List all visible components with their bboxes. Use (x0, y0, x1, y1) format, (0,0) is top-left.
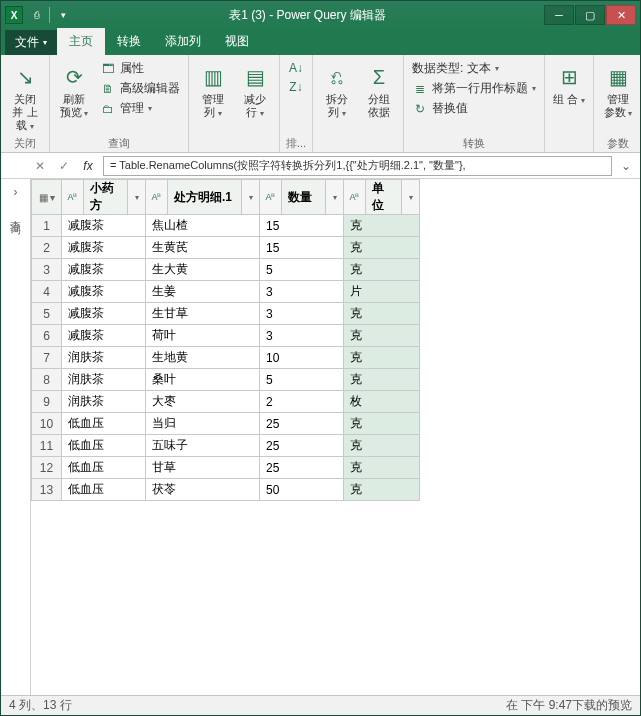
tab-view[interactable]: 视图 (213, 28, 261, 55)
combine-button[interactable]: ⊞ 组 合 (549, 59, 589, 109)
cell[interactable]: 克 (344, 237, 420, 259)
fx-expand-icon[interactable]: ⌄ (618, 159, 634, 173)
sort-asc-button[interactable]: A↓ (284, 59, 308, 77)
manage-params-button[interactable]: ▦ 管理 参数 (598, 59, 638, 122)
cell[interactable]: 25 (260, 457, 344, 479)
table-row[interactable]: 3减腹茶生大黄5克 (32, 259, 420, 281)
table-row[interactable]: 6减腹茶荷叶3克 (32, 325, 420, 347)
cell[interactable]: 5 (260, 369, 344, 391)
col-header-4[interactable]: Aᴮ单位▾ (344, 180, 420, 215)
cell[interactable]: 当归 (146, 413, 260, 435)
cell[interactable]: 五味子 (146, 435, 260, 457)
cell[interactable]: 低血压 (62, 479, 146, 501)
expand-queries-icon[interactable]: › (14, 185, 18, 199)
table-row[interactable]: 10低血压当归25克 (32, 413, 420, 435)
sort-desc-button[interactable]: Z↓ (284, 78, 308, 96)
cell[interactable]: 片 (344, 281, 420, 303)
qat-dropdown-icon[interactable]: ▾ (56, 8, 70, 22)
text-type-icon[interactable]: Aᴮ (260, 180, 282, 214)
cell[interactable]: 克 (344, 303, 420, 325)
col-header-3[interactable]: Aᴮ数量▾ (260, 180, 344, 215)
fx-cancel-icon[interactable]: ✕ (31, 157, 49, 175)
group-by-button[interactable]: Σ 分组 依据 (359, 59, 399, 121)
cell[interactable]: 减腹茶 (62, 259, 146, 281)
cell[interactable]: 5 (260, 259, 344, 281)
cell[interactable]: 减腹茶 (62, 215, 146, 237)
minimize-button[interactable]: ─ (544, 5, 574, 25)
text-type-icon[interactable]: Aᴮ (62, 180, 84, 214)
cell[interactable]: 甘草 (146, 457, 260, 479)
cell[interactable]: 3 (260, 325, 344, 347)
table-row[interactable]: 13低血压茯苓50克 (32, 479, 420, 501)
tab-transform[interactable]: 转换 (105, 28, 153, 55)
cell[interactable]: 25 (260, 435, 344, 457)
cell[interactable]: 枚 (344, 391, 420, 413)
cell[interactable]: 克 (344, 435, 420, 457)
properties-button[interactable]: 🗔属性 (96, 59, 184, 78)
cell[interactable]: 生大黄 (146, 259, 260, 281)
cell[interactable]: 减腹茶 (62, 325, 146, 347)
cell[interactable]: 减腹茶 (62, 281, 146, 303)
table-row[interactable]: 2减腹茶生黄芪15克 (32, 237, 420, 259)
table-row[interactable]: 9润肤茶大枣2枚 (32, 391, 420, 413)
text-type-icon[interactable]: Aᴮ (344, 180, 366, 214)
close-and-load-button[interactable]: ↘ 关闭并 上载 (5, 59, 45, 135)
split-column-button[interactable]: ⎌ 拆分 列 (317, 59, 357, 122)
cell[interactable]: 2 (260, 391, 344, 413)
cell[interactable]: 克 (344, 457, 420, 479)
fx-confirm-icon[interactable]: ✓ (55, 157, 73, 175)
filter-icon[interactable]: ▾ (241, 180, 259, 214)
manage-columns-button[interactable]: ▥ 管理 列 (193, 59, 233, 122)
cell[interactable]: 减腹茶 (62, 303, 146, 325)
table-row[interactable]: 4减腹茶生姜3片 (32, 281, 420, 303)
cell[interactable]: 生地黄 (146, 347, 260, 369)
tab-home[interactable]: 主页 (57, 28, 105, 55)
table-row[interactable]: 1减腹茶焦山楂15克 (32, 215, 420, 237)
filter-icon[interactable]: ▾ (401, 180, 419, 214)
close-button[interactable]: ✕ (606, 5, 636, 25)
filter-icon[interactable]: ▾ (325, 180, 343, 214)
cell[interactable]: 15 (260, 215, 344, 237)
col-header-2[interactable]: Aᴮ处方明细.1▾ (146, 180, 260, 215)
queries-pane-collapsed[interactable]: › 查询 (1, 179, 31, 695)
cell[interactable]: 克 (344, 369, 420, 391)
table-row[interactable]: 8润肤茶桑叶5克 (32, 369, 420, 391)
cell[interactable]: 低血压 (62, 457, 146, 479)
table-row[interactable]: 11低血压五味子25克 (32, 435, 420, 457)
cell[interactable]: 润肤茶 (62, 369, 146, 391)
cell[interactable]: 焦山楂 (146, 215, 260, 237)
data-type-button[interactable]: 数据类型: 文本 (408, 59, 540, 78)
cell[interactable]: 3 (260, 281, 344, 303)
cell[interactable]: 15 (260, 237, 344, 259)
qat-save-icon[interactable]: ⎙ (29, 8, 43, 22)
cell[interactable]: 25 (260, 413, 344, 435)
cell[interactable]: 荷叶 (146, 325, 260, 347)
cell[interactable]: 克 (344, 259, 420, 281)
reduce-rows-button[interactable]: ▤ 减少 行 (235, 59, 275, 122)
first-row-headers-button[interactable]: ≣将第一行用作标题 (408, 79, 540, 98)
cell[interactable]: 克 (344, 413, 420, 435)
maximize-button[interactable]: ▢ (575, 5, 605, 25)
cell[interactable]: 桑叶 (146, 369, 260, 391)
cell[interactable]: 润肤茶 (62, 347, 146, 369)
cell[interactable]: 克 (344, 347, 420, 369)
text-type-icon[interactable]: Aᴮ (146, 180, 168, 214)
advanced-editor-button[interactable]: 🗎高级编辑器 (96, 79, 184, 98)
manage-button[interactable]: 🗀管理 (96, 99, 184, 118)
tab-file[interactable]: 文件 (5, 30, 57, 55)
cell[interactable]: 生甘草 (146, 303, 260, 325)
col-header-1[interactable]: Aᴮ小药方▾ (62, 180, 146, 215)
tab-addcolumn[interactable]: 添加列 (153, 28, 213, 55)
cell[interactable]: 生黄芪 (146, 237, 260, 259)
table-row[interactable]: 12低血压甘草25克 (32, 457, 420, 479)
cell[interactable]: 低血压 (62, 413, 146, 435)
cell[interactable]: 克 (344, 215, 420, 237)
cell[interactable]: 50 (260, 479, 344, 501)
cell[interactable]: 减腹茶 (62, 237, 146, 259)
table-corner[interactable]: ▦▾ (32, 180, 62, 215)
cell[interactable]: 大枣 (146, 391, 260, 413)
replace-values-button[interactable]: ↻替换值 (408, 99, 540, 118)
cell[interactable]: 3 (260, 303, 344, 325)
refresh-preview-button[interactable]: ⟳ 刷新 预览 (54, 59, 94, 122)
cell[interactable]: 10 (260, 347, 344, 369)
